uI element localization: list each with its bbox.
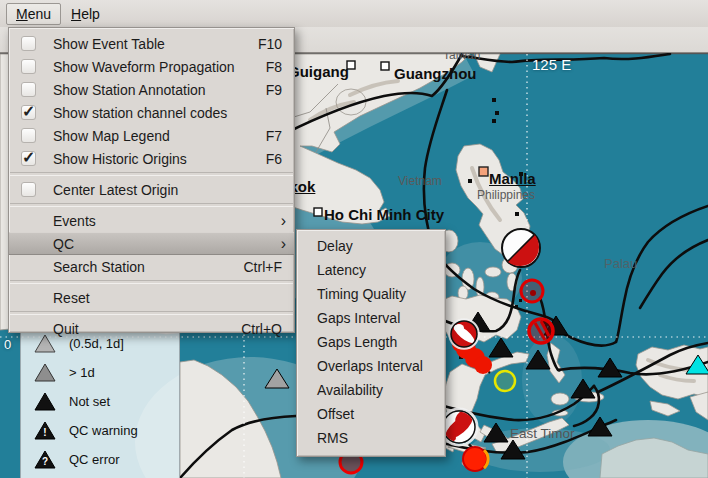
menu-item-center-latest-origin[interactable]: Center Latest Origin bbox=[9, 178, 294, 201]
menu-separator bbox=[10, 280, 293, 284]
checkbox-unchecked bbox=[21, 128, 36, 143]
checkbox-unchecked bbox=[21, 82, 36, 97]
menu-item-reset[interactable]: Reset bbox=[9, 286, 294, 309]
submenu-item-delay[interactable]: Delay bbox=[297, 234, 445, 258]
checkbox-unchecked bbox=[21, 182, 36, 197]
legend-row: > 1d bbox=[33, 358, 179, 387]
legend-triangle-black-icon bbox=[33, 392, 57, 411]
legend-row: ! QC warning bbox=[33, 416, 179, 445]
submenu-item-gaps-interval[interactable]: Gaps Interval bbox=[297, 306, 445, 330]
legend-label: QC warning bbox=[69, 423, 138, 438]
city-marker-manila bbox=[479, 167, 488, 176]
event-circle-red-filled[interactable] bbox=[463, 447, 487, 471]
submenu-item-rms[interactable]: RMS bbox=[297, 426, 445, 450]
menu-item-show-historic-origins[interactable]: ✓ Show Historic Origins F6 bbox=[9, 147, 294, 170]
submenu-item-gaps-length[interactable]: Gaps Length bbox=[297, 330, 445, 354]
menu-item-events[interactable]: Events › bbox=[9, 209, 294, 232]
menu-item-show-station-annotation[interactable]: Show Station Annotation F9 bbox=[9, 78, 294, 101]
event-epicenter-dot bbox=[530, 290, 536, 296]
map-legend-panel: (0.5d, 1d] > 1d Not set ! QC warning ? Q… bbox=[20, 322, 180, 478]
checkbox-unchecked bbox=[21, 59, 36, 74]
submenu-item-offset[interactable]: Offset bbox=[297, 402, 445, 426]
city-marker-guigang bbox=[347, 61, 355, 69]
submenu-item-timing-quality[interactable]: Timing Quality bbox=[297, 282, 445, 306]
menu-item-show-waveform-propagation[interactable]: Show Waveform Propagation F8 bbox=[9, 55, 294, 78]
legend-row: Not set bbox=[33, 387, 179, 416]
focal-mechanism-beachball[interactable] bbox=[450, 320, 479, 349]
legend-triangle-gray-icon bbox=[33, 363, 57, 382]
menu-item-show-map-legend[interactable]: Show Map Legend F7 bbox=[9, 124, 294, 147]
legend-triangle-warning-icon: ! bbox=[33, 421, 57, 440]
legend-triangle-error-icon: ? bbox=[33, 450, 57, 469]
legend-label: > 1d bbox=[69, 365, 95, 380]
submenu-item-availability[interactable]: Availability bbox=[297, 378, 445, 402]
menu-item-quit[interactable]: Quit Ctrl+Q bbox=[9, 317, 294, 340]
submenu-item-latency[interactable]: Latency bbox=[297, 258, 445, 282]
menu-item-show-station-channel-codes[interactable]: ✓ Show station channel codes bbox=[9, 101, 294, 124]
submenu-arrow-icon: › bbox=[281, 214, 286, 228]
legend-row: ? QC error bbox=[33, 445, 179, 474]
event-circle-yellow[interactable] bbox=[495, 371, 515, 391]
menu-separator bbox=[10, 203, 293, 207]
city-marker-ho-chi-minh-city bbox=[314, 208, 322, 216]
menu-item-search-station[interactable]: Search Station Ctrl+F bbox=[9, 255, 294, 278]
submenu-item-overlaps-interval[interactable]: Overlaps Interval bbox=[297, 354, 445, 378]
qc-submenu: Delay Latency Timing Quality Gaps Interv… bbox=[296, 229, 446, 457]
menu-separator bbox=[10, 172, 293, 176]
submenu-arrow-icon: › bbox=[281, 237, 286, 251]
checkmark-icon: ✓ bbox=[22, 102, 35, 121]
menu-item-show-event-table[interactable]: Show Event Table F10 bbox=[9, 32, 294, 55]
menubar: Menu Help bbox=[0, 0, 708, 27]
menu-item-qc[interactable]: QC › bbox=[9, 232, 294, 255]
menu-separator bbox=[10, 311, 293, 315]
legend-label: Not set bbox=[69, 394, 110, 409]
checkbox-unchecked bbox=[21, 36, 36, 51]
city-marker-guangzhou bbox=[381, 62, 389, 70]
focal-mechanism-beachball[interactable] bbox=[502, 229, 540, 267]
menubar-item-menu[interactable]: Menu bbox=[6, 3, 61, 25]
checkmark-icon: ✓ bbox=[22, 148, 35, 167]
legend-label: QC error bbox=[69, 452, 120, 467]
menu-dropdown: Show Event Table F10 Show Waveform Propa… bbox=[8, 27, 295, 333]
menubar-item-help[interactable]: Help bbox=[61, 3, 110, 25]
